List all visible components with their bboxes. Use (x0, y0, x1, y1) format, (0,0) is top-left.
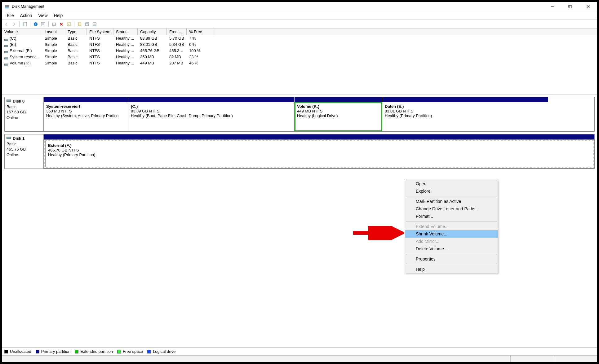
svg-rect-7 (23, 22, 24, 26)
menu-action[interactable]: Action (17, 11, 35, 20)
volume-free: 82 MB (167, 54, 187, 60)
properties-icon[interactable] (65, 21, 72, 28)
list-top-button[interactable] (84, 21, 91, 28)
svg-rect-24 (7, 100, 11, 102)
disk-partitions: System-reserviert350 MB NTFSHealthy (Sys… (44, 97, 594, 131)
menu-view[interactable]: View (35, 11, 51, 20)
svg-rect-16 (86, 23, 89, 24)
partition[interactable]: Volume (K:)449 MB NTFSHealthy (Logical D… (295, 102, 382, 131)
partition[interactable]: System-reserviert350 MB NTFSHealthy (Sys… (44, 102, 128, 131)
new-button[interactable] (76, 21, 83, 28)
partition-name: Volume (K:) (297, 104, 379, 109)
legend-primary: Primary partition (36, 349, 71, 354)
volume-free: 207 MB (167, 60, 187, 66)
volume-name: System-reservi... (10, 54, 40, 60)
partition-status: Healthy (Logical Drive) (297, 113, 379, 118)
volume-fs: NTFS (87, 60, 113, 66)
close-button[interactable] (579, 2, 597, 11)
disk-label[interactable]: Disk 0Basic167.68 GBOnline (5, 97, 44, 131)
volume-pct: 23 % (187, 54, 214, 60)
volume-list-header: Volume Layout Type File System Status Ca… (2, 29, 597, 35)
volume-layout: Simple (42, 60, 65, 66)
disk-state: Online (7, 152, 42, 158)
disk-label[interactable]: Disk 1Basic465.76 GBOnline (5, 134, 44, 169)
ctx-help[interactable]: Help (405, 265, 498, 273)
col-type[interactable]: Type (65, 29, 87, 35)
partition-status: Healthy (Boot, Page File, Crash Dump, Pr… (131, 113, 292, 118)
disk-kind: Basic (7, 141, 42, 147)
volume-capacity: 350 MB (138, 54, 167, 60)
rescan-button[interactable] (51, 21, 57, 28)
volume-layout: Simple (42, 35, 65, 42)
legend: Unallocated Primary partition Extended p… (2, 347, 597, 355)
partition-size: 83.89 GB NTFS (131, 109, 292, 113)
ctx-mark-active[interactable]: Mark Partition as Active (405, 198, 498, 205)
svg-rect-2 (5, 5, 9, 6)
partition[interactable]: External (F:)465.76 GB NTFSHealthy (Prim… (45, 141, 593, 167)
partition-name: System-reserviert (46, 104, 126, 109)
partition-size: 83.01 GB NTFS (385, 109, 546, 113)
volume-type: Basic (65, 60, 87, 66)
ctx-delete[interactable]: Delete Volume... (405, 245, 498, 252)
svg-rect-14 (78, 23, 81, 26)
ctx-shrink[interactable]: Shrink Volume... (405, 230, 498, 238)
svg-rect-3 (551, 7, 554, 7)
ctx-properties[interactable]: Properties (405, 255, 498, 263)
drive-icon (4, 62, 8, 65)
table-row[interactable]: External (F:)SimpleBasicNTFSHealthy ...4… (2, 48, 597, 54)
menu-help[interactable]: Help (51, 11, 66, 20)
app-icon (4, 4, 10, 9)
disk-kind: Basic (7, 104, 42, 110)
ctx-format[interactable]: Format... (405, 213, 498, 220)
show-hide-tree-button[interactable] (21, 21, 28, 28)
context-menu: Open Explore Mark Partition as Active Ch… (405, 180, 498, 273)
ctx-extend: Extend Volume... (405, 223, 498, 230)
minimize-button[interactable] (543, 2, 561, 11)
window-title: Disk Management (12, 4, 543, 9)
volume-name: External (F:) (10, 48, 32, 54)
delete-icon[interactable] (58, 21, 65, 28)
volume-pct: 100 % (187, 48, 214, 54)
volume-status: Healthy ... (113, 60, 138, 66)
back-button[interactable] (3, 21, 10, 28)
col-filesystem[interactable]: File System (87, 29, 113, 35)
partition[interactable]: Daten (E:)83.01 GB NTFSHealthy (Primary … (382, 102, 548, 131)
col-free[interactable]: Free S... (167, 29, 187, 35)
table-row[interactable]: Volume (K:)SimpleBasicNTFSHealthy ...449… (2, 60, 597, 66)
disk-partitions: External (F:)465.76 GB NTFSHealthy (Prim… (44, 134, 594, 169)
list-bottom-button[interactable] (91, 21, 98, 28)
refresh-button[interactable] (40, 21, 47, 28)
partition-size: 465.76 GB NTFS (48, 148, 590, 152)
partition-status: Healthy (Primary Partition) (385, 113, 546, 118)
table-row[interactable]: System-reservi...SimpleBasicNTFSHealthy … (2, 54, 597, 60)
col-layout[interactable]: Layout (42, 29, 65, 35)
maximize-button[interactable] (561, 2, 579, 11)
disk-icon (7, 136, 11, 141)
toolbar: ? (2, 20, 597, 29)
disk-row: Disk 1Basic465.76 GBOnlineExternal (F:)4… (4, 134, 595, 169)
col-status[interactable]: Status (113, 29, 138, 35)
legend-free: Free space (117, 349, 143, 354)
table-row[interactable]: (C:)SimpleBasicNTFSHealthy ...83.89 GB5.… (2, 35, 597, 42)
volume-status: Healthy ... (113, 35, 138, 42)
col-pct[interactable]: % Free (187, 29, 214, 35)
volume-capacity: 83.01 GB (138, 42, 167, 48)
volume-status: Healthy ... (113, 54, 138, 60)
volume-free: 5.34 GB (167, 42, 187, 48)
menubar: File Action View Help (2, 11, 597, 20)
svg-rect-25 (7, 137, 11, 139)
col-capacity[interactable]: Capacity (138, 29, 167, 35)
table-row[interactable]: (E:)SimpleBasicNTFSHealthy ...83.01 GB5.… (2, 42, 597, 48)
ctx-open[interactable]: Open (405, 180, 498, 187)
ctx-change-letter[interactable]: Change Drive Letter and Paths... (405, 205, 498, 213)
svg-rect-0 (5, 6, 9, 7)
menu-file[interactable]: File (4, 11, 17, 20)
partition[interactable]: (C:)83.89 GB NTFSHealthy (Boot, Page Fil… (128, 102, 295, 131)
volume-fs: NTFS (87, 42, 113, 48)
col-volume[interactable]: Volume (2, 29, 42, 35)
help-button[interactable]: ? (32, 21, 39, 28)
ctx-explore[interactable]: Explore (405, 187, 498, 195)
forward-button[interactable] (11, 21, 17, 28)
svg-rect-5 (569, 6, 572, 8)
partition-container: External (F:)465.76 GB NTFSHealthy (Prim… (44, 139, 594, 169)
